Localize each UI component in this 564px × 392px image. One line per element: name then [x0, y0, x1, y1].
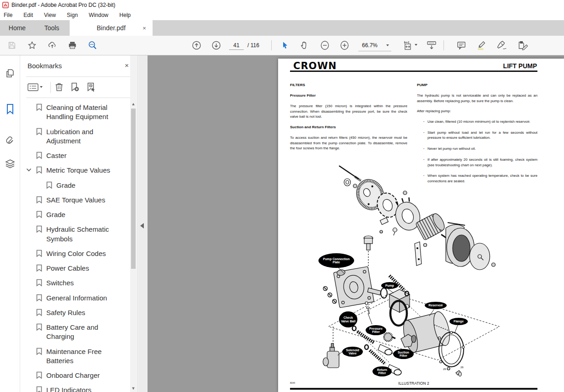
title-bar: Binder.pdf - Adobe Acrobat Pro DC (32-bi… [0, 0, 564, 10]
scrollbar-thumb[interactable] [131, 109, 136, 269]
bookmark-item[interactable]: Onboard Charger [21, 368, 130, 383]
bookmark-label: Metric Torque Values [46, 166, 110, 175]
bookmark-item[interactable]: Grade [21, 178, 130, 193]
bookmark-item[interactable]: Wiring Color Codes [21, 246, 130, 261]
exploded-diagram-drawing: 26 26 [278, 165, 564, 380]
bookmark-label: SAE Torque Values [46, 196, 105, 205]
page-thumbnails-button[interactable] [4, 67, 16, 80]
scrolling-mode-button[interactable] [425, 39, 438, 52]
bookmark-item[interactable]: Hydraulic Schematic Symbols [21, 222, 130, 246]
bookmark-label: Power Cables [46, 264, 89, 273]
layers-button[interactable] [4, 158, 16, 170]
navigation-rail [0, 55, 20, 392]
exploded-diagram: 26 26 Pump Connection Plate Pump Check V… [278, 165, 564, 380]
highlighter-icon [476, 40, 487, 51]
menu-file[interactable]: File [4, 12, 12, 18]
select-tool-button[interactable] [279, 39, 291, 52]
favorites-button[interactable] [26, 39, 38, 52]
tab-bar: Home Tools Binder.pdf × [0, 20, 564, 36]
highlight-tool-button[interactable] [475, 39, 488, 52]
bookmark-item[interactable]: Metric Torque Values [21, 163, 130, 178]
bookmarks-scrollbar[interactable]: ▲ ▼ [130, 55, 137, 392]
bookmark-item[interactable]: Lubrication and Adjustment [21, 125, 130, 149]
bookmark-icon [36, 348, 43, 355]
tab-close-icon[interactable]: × [141, 24, 148, 32]
search-icon [88, 40, 98, 50]
zoom-out-button[interactable] [318, 39, 331, 52]
tab-tools[interactable]: Tools [34, 20, 69, 36]
bookmark-item[interactable]: LED Indicators [21, 383, 130, 392]
fit-width-button[interactable] [402, 39, 421, 52]
bookmark-icon [36, 371, 43, 379]
scroll-down-icon[interactable]: ▼ [131, 386, 136, 391]
trash-icon [55, 82, 64, 92]
bookmark-label: Grade [56, 181, 76, 190]
scroll-up-icon[interactable]: ▲ [131, 102, 136, 106]
save-button[interactable] [5, 39, 18, 52]
menu-sign[interactable]: Sign [67, 12, 78, 18]
menu-view[interactable]: View [44, 12, 56, 18]
bookmark-item[interactable]: Safety Rules [21, 305, 130, 320]
bullet-item: · Start pump without load and let run fo… [423, 130, 537, 141]
bookmark-item[interactable]: Maintenance Free Batteries [21, 344, 130, 369]
callout-return-filter: Return Filter [372, 366, 392, 376]
bullet-marker: · [423, 130, 427, 141]
zoom-level-value: 66.7% [362, 42, 378, 49]
callout-suction-filter: Suction Filter [393, 349, 414, 359]
chevron-down-icon [386, 44, 389, 47]
menu-edit[interactable]: Edit [23, 12, 33, 18]
collapse-panel-icon[interactable] [140, 223, 144, 229]
hand-tool-button[interactable] [298, 39, 311, 52]
locate-bookmark-button[interactable] [85, 81, 98, 93]
bookmark-icon [36, 386, 43, 392]
bookmark-options-button[interactable] [26, 81, 44, 93]
bookmark-icon [36, 323, 43, 331]
bookmark-item[interactable]: General Information [21, 291, 130, 305]
print-button[interactable] [66, 39, 79, 52]
bookmark-item[interactable]: Cleaning of Material Handling Equipment [21, 100, 130, 125]
main-region: Bookmarks × [0, 55, 564, 392]
pump-heading: PUMP [417, 82, 537, 88]
attachments-button[interactable] [4, 136, 16, 148]
edit-pdf-button[interactable] [516, 39, 529, 52]
bookmark-label: LED Indicators [46, 386, 91, 392]
bookmarks-panel-header: Bookmarks × [21, 55, 137, 76]
page-thumbnails-icon [5, 68, 15, 78]
menu-window[interactable]: Window [89, 12, 109, 18]
bookmark-icon [36, 225, 43, 233]
fill-sign-button[interactable] [495, 39, 508, 52]
pressure-filter-heading: Pressure Filter [290, 93, 407, 98]
panel-collapse-strip[interactable] [138, 55, 148, 392]
close-icon[interactable]: × [125, 61, 129, 69]
tab-home[interactable]: Home [0, 20, 34, 36]
delete-bookmark-button[interactable] [53, 81, 66, 93]
layers-icon [5, 158, 16, 169]
printer-icon [68, 41, 77, 50]
bookmark-item[interactable]: Grade [21, 207, 130, 222]
bookmark-item[interactable]: Power Cables [21, 261, 130, 276]
menu-bar: File Edit View Sign Window Help [0, 10, 564, 20]
edit-page-icon [517, 40, 529, 51]
bookmark-item[interactable]: Caster [21, 148, 130, 163]
comment-tool-button[interactable] [455, 39, 468, 52]
callout-reservoir: Reservoir [425, 302, 447, 309]
search-button[interactable] [86, 39, 99, 52]
tab-document[interactable]: Binder.pdf × [70, 20, 153, 36]
bookmarks-panel-button[interactable] [4, 103, 16, 115]
next-page-button[interactable] [210, 39, 223, 52]
menu-help[interactable]: Help [120, 12, 131, 18]
bookmark-item[interactable]: Switches [21, 276, 130, 290]
bookmark-item[interactable]: SAE Torque Values [21, 193, 130, 207]
chevron-down-icon[interactable] [26, 168, 32, 172]
bookmark-icon [36, 264, 43, 272]
share-button[interactable] [46, 39, 59, 52]
header-rule [290, 71, 537, 72]
zoom-in-button[interactable] [338, 39, 351, 52]
zoom-level-dropdown[interactable]: 66.7% [358, 39, 391, 51]
divider [26, 98, 131, 98]
page-number-input[interactable] [229, 41, 244, 50]
document-area[interactable]: CROWN LIFT PUMP FILTERS Pressure Filter … [148, 55, 564, 392]
previous-page-button[interactable] [190, 39, 203, 52]
new-bookmark-button[interactable] [68, 81, 81, 93]
bookmark-item[interactable]: Battery Care and Charging [21, 320, 130, 344]
